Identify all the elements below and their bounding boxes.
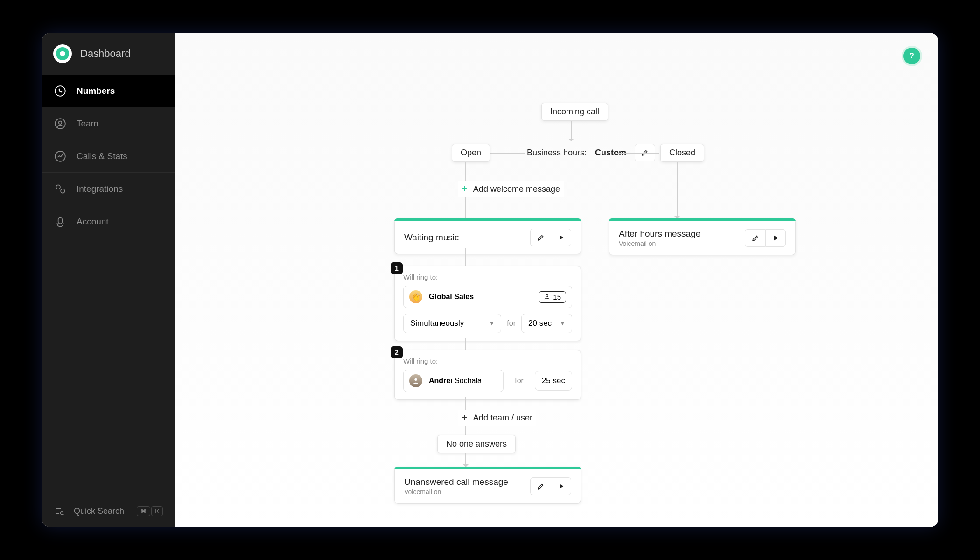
ring-duration-select[interactable]: 20 sec ▼ — [521, 314, 572, 333]
ring-step-2: 2 Will ring to: Andrei Sochala for — [394, 350, 581, 400]
will-ring-to-label: Will ring to: — [403, 357, 572, 365]
waiting-music-play-button[interactable] — [551, 229, 571, 246]
quick-search-label: Quick Search — [74, 506, 124, 516]
connector — [465, 248, 466, 266]
svg-point-9 — [414, 378, 417, 381]
edit-icon — [537, 233, 545, 242]
sidebar-item-label: Numbers — [77, 86, 115, 96]
waiting-music-card: Waiting music — [394, 218, 581, 254]
play-icon — [771, 234, 780, 242]
incoming-call-node: Incoming call — [541, 103, 608, 121]
stats-icon — [54, 150, 66, 162]
waiting-music-edit-button[interactable] — [530, 229, 551, 246]
play-icon — [557, 233, 565, 242]
svg-point-4 — [56, 185, 60, 189]
ring-target-name: Global Sales — [429, 293, 474, 301]
quick-search-shortcut: ⌘K — [137, 506, 163, 516]
unanswered-title: Unanswered call message — [404, 477, 508, 487]
call-flow-canvas: ? Incoming call Business hours: Custom — [175, 33, 938, 527]
ring-step-1: 1 Will ring to: 👋 Global Sales 15 — [394, 266, 581, 341]
connector — [617, 153, 659, 154]
team-icon — [54, 118, 66, 130]
sidebar-item-integrations[interactable]: Integrations — [42, 173, 175, 205]
sidebar-header: Dashboard — [42, 33, 175, 75]
add-welcome-message-button[interactable]: + Add welcome message — [458, 181, 564, 197]
svg-point-1 — [55, 119, 65, 129]
sidebar-nav: Numbers Team Calls & Stats Integrations … — [42, 75, 175, 495]
sidebar-item-calls-stats[interactable]: Calls & Stats — [42, 140, 175, 173]
app-logo — [53, 44, 72, 63]
app-window: Dashboard Numbers Team Calls & Stats I — [42, 33, 938, 527]
plus-icon: + — [462, 183, 468, 195]
after-hours-title: After hours message — [619, 229, 700, 239]
unanswered-message-card: Unanswered call message Voicemail on — [394, 467, 581, 504]
ring-duration-select[interactable]: 25 sec — [535, 371, 572, 391]
closed-branch-label: Closed — [660, 144, 704, 162]
play-icon — [557, 482, 565, 490]
ring-target-name: Andrei Sochala — [429, 377, 482, 385]
svg-point-2 — [59, 121, 62, 124]
add-team-user-button[interactable]: + Add team / user — [458, 410, 536, 426]
unanswered-subtitle: Voicemail on — [404, 488, 508, 496]
unanswered-edit-button[interactable] — [530, 477, 551, 495]
integrations-icon — [54, 183, 66, 195]
connector — [677, 162, 678, 218]
plus-icon: + — [462, 412, 468, 424]
will-ring-to-label: Will ring to: — [403, 273, 572, 281]
step-badge: 2 — [391, 346, 403, 358]
waiting-music-title: Waiting music — [404, 232, 459, 243]
for-label: for — [507, 319, 516, 328]
search-icon — [54, 506, 64, 516]
step-badge: 1 — [391, 262, 403, 274]
account-icon — [54, 216, 66, 228]
sidebar-item-label: Account — [77, 217, 109, 227]
connector — [465, 338, 466, 350]
connector — [571, 121, 572, 141]
phone-icon — [54, 85, 66, 97]
sidebar: Dashboard Numbers Team Calls & Stats I — [42, 33, 175, 527]
after-hours-card: After hours message Voicemail on — [609, 218, 796, 255]
open-branch-label: Open — [452, 144, 490, 162]
after-hours-edit-button[interactable] — [745, 229, 765, 247]
sidebar-item-label: Calls & Stats — [77, 151, 127, 161]
no-one-answers-node: No one answers — [437, 435, 516, 453]
after-hours-subtitle: Voicemail on — [619, 240, 700, 247]
ring-mode-select[interactable]: Simultaneously ▼ — [403, 314, 501, 333]
after-hours-play-button[interactable] — [765, 229, 786, 247]
sidebar-item-label: Integrations — [77, 184, 123, 194]
sidebar-item-account[interactable]: Account — [42, 205, 175, 238]
edit-icon — [751, 234, 760, 242]
sidebar-item-team[interactable]: Team — [42, 107, 175, 140]
user-avatar-icon — [409, 374, 422, 387]
app-title: Dashboard — [80, 48, 131, 60]
team-member-count: 15 — [539, 291, 566, 303]
svg-rect-6 — [58, 217, 63, 224]
team-avatar-icon: 👋 — [409, 290, 422, 303]
ring-target-team[interactable]: 👋 Global Sales 15 — [403, 286, 572, 308]
person-icon — [544, 294, 550, 300]
unanswered-play-button[interactable] — [551, 477, 571, 495]
quick-search[interactable]: Quick Search ⌘K — [42, 495, 175, 527]
chevron-down-icon: ▼ — [489, 321, 494, 326]
ring-target-user[interactable]: Andrei Sochala — [403, 370, 504, 392]
sidebar-item-label: Team — [77, 119, 98, 129]
connector — [465, 453, 466, 467]
chevron-down-icon: ▼ — [560, 321, 565, 326]
for-label: for — [515, 377, 524, 385]
logo-icon — [56, 47, 69, 60]
business-hours-label: Business hours: — [527, 148, 587, 158]
sidebar-item-numbers[interactable]: Numbers — [42, 75, 175, 107]
edit-icon — [537, 482, 545, 490]
svg-point-8 — [546, 294, 548, 297]
